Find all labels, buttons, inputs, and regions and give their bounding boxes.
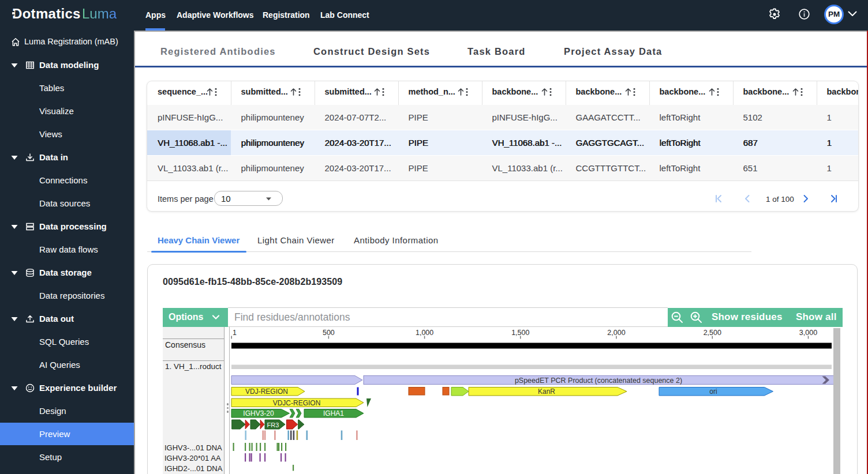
svg-text:VDJ-REGION: VDJ-REGION [245, 388, 288, 396]
svg-text:2,500: 2,500 [704, 329, 721, 337]
svg-text:2,000: 2,000 [607, 329, 625, 337]
svg-text:3,000: 3,000 [799, 329, 817, 337]
svg-text:FR3: FR3 [267, 422, 279, 428]
svg-text:500: 500 [323, 329, 335, 337]
svg-text:IGHA1: IGHA1 [323, 409, 344, 417]
svg-text:IGHV3-20: IGHV3-20 [243, 409, 274, 417]
svg-text:ori: ori [709, 388, 717, 396]
svg-text:pSpeedET PCR Product (concaten: pSpeedET PCR Product (concatenated seque… [515, 377, 682, 385]
svg-text:1,500: 1,500 [511, 329, 529, 337]
svg-text:KanR: KanR [538, 388, 555, 396]
svg-text:1,000: 1,000 [416, 329, 433, 337]
svg-text:VDJC-REGION: VDJC-REGION [273, 399, 321, 407]
svg-text:1: 1 [233, 329, 237, 337]
